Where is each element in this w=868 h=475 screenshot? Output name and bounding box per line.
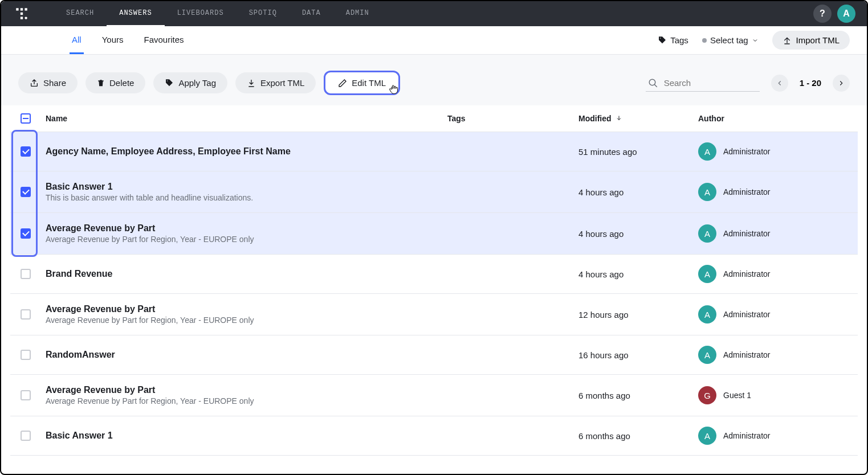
nav-item-spotiq[interactable]: SPOTIQ — [237, 1, 290, 27]
svg-point-6 — [649, 79, 655, 85]
share-button[interactable]: Share — [18, 72, 78, 93]
row-title: Average Revenue by Part — [46, 304, 447, 314]
chevron-right-icon — [837, 79, 845, 87]
tab-yours[interactable]: Yours — [100, 27, 126, 54]
table-row[interactable]: Average Revenue by Part Average Revenue … — [10, 213, 858, 255]
logo[interactable] — [13, 5, 31, 23]
nav-item-data[interactable]: DATA — [290, 1, 333, 27]
tab-favourites[interactable]: Favourites — [141, 27, 186, 54]
export-tml-button[interactable]: Export TML — [235, 72, 316, 93]
dot-icon — [702, 38, 707, 43]
header-tags[interactable]: Tags — [447, 114, 578, 123]
cursor-hand-icon — [388, 83, 400, 96]
row-checkbox[interactable] — [21, 390, 31, 400]
row-author: A Administrator — [698, 346, 858, 364]
edit-tml-button[interactable]: Edit TML — [324, 71, 400, 95]
row-author: G Guest 1 — [698, 386, 858, 404]
author-avatar: A — [698, 305, 716, 324]
search-wrapper — [646, 75, 760, 92]
svg-line-7 — [654, 84, 657, 87]
author-avatar: A — [698, 142, 716, 161]
user-avatar[interactable]: A — [837, 5, 855, 23]
row-description: Average Revenue by Part for Region, Year… — [46, 396, 447, 406]
nav-item-search[interactable]: SEARCH — [54, 1, 107, 27]
svg-rect-4 — [21, 17, 23, 19]
row-modified: 4 hours ago — [578, 269, 698, 279]
nav-item-admin[interactable]: ADMIN — [333, 1, 382, 27]
table-header: Name Tags Modified Author — [10, 105, 858, 132]
pager-label: 1 - 20 — [800, 78, 821, 88]
header-author[interactable]: Author — [698, 114, 858, 123]
header-modified[interactable]: Modified — [578, 114, 698, 123]
table-row[interactable]: Brand Revenue 4 hours ago A Administrato… — [10, 255, 858, 294]
svg-rect-1 — [21, 8, 23, 10]
search-input[interactable] — [646, 75, 760, 92]
table-row[interactable]: RandomAnswer 16 hours ago A Administrato… — [10, 335, 858, 375]
select-all-checkbox[interactable] — [21, 113, 31, 124]
row-title: Brand Revenue — [46, 269, 447, 279]
nav-item-liveboards[interactable]: LIVEBOARDS — [165, 1, 237, 27]
author-avatar: G — [698, 386, 716, 404]
row-title: Basic Answer 1 — [46, 431, 447, 441]
tags-label: Tags — [658, 35, 688, 45]
row-description: Average Revenue by Part for Region, Year… — [46, 235, 447, 244]
table-row[interactable]: Basic Answer 1 This is basic answer with… — [10, 171, 858, 213]
toolbar-area: Share Delete Apply Tag Export TML Edit T… — [1, 55, 867, 105]
author-name: Administrator — [723, 350, 770, 359]
import-tml-button[interactable]: Import TML — [772, 31, 850, 50]
row-checkbox[interactable] — [21, 146, 31, 157]
table-row[interactable]: Basic Answer 1 6 months ago A Administra… — [10, 416, 858, 456]
author-avatar: A — [698, 183, 716, 201]
svg-rect-2 — [25, 8, 27, 10]
row-author: A Administrator — [698, 224, 858, 243]
tag-icon — [165, 79, 174, 88]
author-name: Administrator — [723, 229, 770, 238]
pager-next-button[interactable] — [833, 75, 850, 92]
row-modified: 16 hours ago — [578, 350, 698, 360]
upload-icon — [783, 36, 792, 45]
row-modified: 4 hours ago — [578, 229, 698, 239]
sub-nav: AllYoursFavourites Tags Select tag Impor… — [1, 26, 867, 55]
row-checkbox[interactable] — [21, 309, 31, 320]
author-name: Guest 1 — [723, 391, 751, 400]
row-description: This is basic answer with table and head… — [46, 193, 447, 202]
author-avatar: A — [698, 346, 716, 364]
svg-rect-3 — [21, 13, 23, 15]
table-row[interactable]: Average Revenue by Part Average Revenue … — [10, 375, 858, 416]
author-name: Administrator — [723, 431, 770, 440]
apply-tag-button[interactable]: Apply Tag — [153, 72, 227, 93]
row-title: Average Revenue by Part — [46, 385, 447, 395]
select-tag-dropdown[interactable]: Select tag — [702, 35, 759, 45]
svg-rect-0 — [16, 8, 18, 10]
row-checkbox[interactable] — [21, 187, 31, 197]
table-row[interactable]: Agency Name, Employee Address, Employee … — [10, 132, 858, 171]
nav-item-answers[interactable]: ANSWERS — [107, 1, 164, 27]
author-name: Administrator — [723, 269, 770, 279]
row-modified: 6 months ago — [578, 431, 698, 441]
row-author: A Administrator — [698, 183, 858, 201]
header-name[interactable]: Name — [46, 114, 447, 123]
row-checkbox[interactable] — [21, 228, 31, 239]
chevron-down-icon — [752, 37, 759, 44]
author-avatar: A — [698, 265, 716, 283]
tab-all[interactable]: All — [70, 27, 84, 54]
row-description: Average Revenue by Part for Region, Year… — [46, 316, 447, 325]
row-title: Average Revenue by Part — [46, 223, 447, 234]
svg-point-5 — [25, 17, 27, 19]
row-author: A Administrator — [698, 427, 858, 445]
help-button[interactable]: ? — [813, 5, 832, 23]
row-checkbox[interactable] — [21, 269, 31, 279]
row-author: A Administrator — [698, 305, 858, 324]
row-checkbox[interactable] — [21, 350, 31, 360]
delete-button[interactable]: Delete — [85, 72, 145, 93]
table-row[interactable]: Average Revenue by Part Average Revenue … — [10, 294, 858, 335]
row-author: A Administrator — [698, 142, 858, 161]
author-name: Administrator — [723, 187, 770, 196]
author-avatar: A — [698, 427, 716, 445]
row-checkbox[interactable] — [21, 431, 31, 441]
pager-prev-button[interactable] — [771, 75, 788, 92]
search-icon — [648, 78, 658, 88]
author-name: Administrator — [723, 310, 770, 319]
row-title: Agency Name, Employee Address, Employee … — [46, 146, 447, 157]
trash-icon — [97, 79, 105, 87]
